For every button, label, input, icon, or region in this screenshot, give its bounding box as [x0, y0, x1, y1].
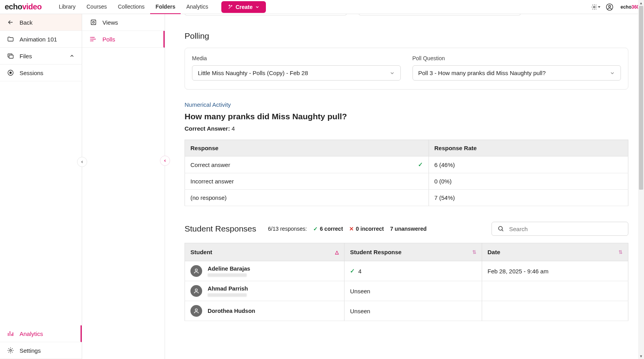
settings-icon [7, 347, 14, 354]
svg-point-0 [594, 6, 595, 7]
table-row: Adeline Barajas ✓ 4 Feb 28, 2025 - 9:46 … [185, 261, 628, 281]
chevron-up-icon [69, 53, 75, 59]
response-label: Incorrect answer [185, 173, 429, 190]
activity-type: Numerical Activity [185, 101, 628, 108]
svg-point-7 [10, 350, 12, 352]
sidebar-analytics-label: Analytics [20, 330, 43, 337]
create-label: Create [235, 4, 253, 10]
scroll-up-icon[interactable]: ▲ [638, 0, 644, 6]
sidebar-sub: Views Polls [82, 14, 165, 359]
response-date [482, 281, 628, 301]
student-response: Unseen [344, 301, 482, 321]
sidebar-files-label: Files [20, 53, 32, 59]
nav-library[interactable]: Library [53, 0, 81, 14]
scrollbar[interactable]: ▲ ▼ [638, 0, 644, 359]
table-row: Ahmad Parrish Unseen [185, 281, 628, 301]
scroll-thumb[interactable] [639, 6, 643, 190]
nav-collections[interactable]: Collections [112, 0, 150, 14]
arrow-left-icon [7, 19, 14, 26]
subnav-polls[interactable]: Polls [82, 31, 165, 48]
activity-question: How many pranks did Miss Naughty pull? [185, 112, 628, 121]
nav-folders[interactable]: Folders [150, 0, 181, 14]
search-input[interactable] [509, 226, 622, 232]
sidebar-analytics[interactable]: Analytics [0, 325, 82, 342]
subnav-polls-label: Polls [102, 36, 115, 43]
question-value: Poll 3 - How many pranks did Miss Naught… [418, 70, 546, 76]
collapse-sub-sidebar[interactable] [160, 156, 170, 166]
gear-icon[interactable] [591, 3, 599, 11]
media-field: Media Little Miss Naughty - Polls (Copy)… [192, 55, 401, 81]
avatar [190, 305, 202, 317]
files-icon [7, 52, 14, 59]
brand-small[interactable]: echo360 [621, 4, 639, 10]
sidebar-sessions[interactable]: Sessions [0, 65, 82, 81]
subnav-views-label: Views [102, 19, 118, 26]
student-name: Adeline Barajas [208, 266, 250, 272]
logo-part2: video [22, 2, 42, 11]
col-student[interactable]: Student △ [185, 243, 344, 261]
svg-rect-4 [9, 55, 13, 58]
media-select[interactable]: Little Miss Naughty - Polls (Copy) - Feb… [192, 65, 401, 81]
student-response: 4 [358, 268, 361, 275]
subnav-views[interactable]: Views [82, 14, 165, 31]
student-responses-heading: Student Responses [185, 224, 256, 233]
student-response: Unseen [344, 281, 482, 301]
content: Polling Media Little Miss Naughty - Poll… [165, 14, 644, 359]
student-responses-table: Student △ Student Response ⇅ Date ⇅ [185, 243, 628, 321]
search-box[interactable] [492, 222, 628, 236]
response-rate: 0 (0%) [429, 173, 628, 190]
main-area: Back Animation 101 Files Sessions [0, 14, 644, 359]
nav-courses[interactable]: Courses [81, 0, 112, 14]
polls-icon [90, 36, 97, 43]
logo-part1: echo [5, 2, 22, 11]
svg-point-14 [195, 269, 197, 271]
x-icon: ✕ [349, 226, 354, 232]
sidebar-settings[interactable]: Settings [0, 342, 82, 359]
create-button[interactable]: Create [221, 1, 266, 13]
avatar [190, 265, 202, 277]
svg-point-12 [90, 41, 91, 41]
response-label: Correct answer [190, 162, 230, 168]
collapse-left-sidebar[interactable] [77, 157, 87, 167]
incorrect-count: 0 incorrect [356, 226, 384, 232]
sidebar-course[interactable]: Animation 101 [0, 31, 82, 48]
correct-answer-value: 4 [231, 125, 235, 132]
top-bar: echovideo Library Courses Collections Fo… [0, 0, 644, 14]
logo[interactable]: echovideo [5, 2, 41, 11]
response-date [482, 301, 628, 321]
nav-analytics[interactable]: Analytics [181, 0, 213, 14]
sort-icon: ⇅ [619, 250, 622, 255]
responses-summary: 6/13 responses: ✓6 correct ✕0 incorrect … [268, 226, 427, 232]
svg-point-2 [608, 5, 610, 7]
response-rate: 7 (54%) [429, 190, 628, 206]
media-label: Media [192, 55, 401, 61]
check-icon: ✓ [418, 161, 423, 168]
ghost-card [359, 14, 521, 16]
svg-point-16 [195, 309, 197, 311]
table-row: Correct answer✓ 6 (46%) [185, 156, 628, 173]
col-response: Response [185, 140, 429, 156]
sidebar-bottom: Analytics Settings [0, 325, 82, 359]
scroll-down-icon[interactable]: ▼ [638, 353, 644, 359]
polling-heading: Polling [185, 31, 628, 41]
sidebar-files[interactable]: Files [0, 48, 82, 65]
student-name: Dorothea Hudson [208, 308, 255, 314]
sidebar-settings-label: Settings [20, 347, 41, 354]
chevron-down-icon [389, 70, 395, 76]
col-student-response[interactable]: Student Response ⇅ [344, 243, 482, 261]
chevron-down-icon [610, 70, 615, 76]
sidebar-back[interactable]: Back [0, 14, 82, 31]
student-sub-blurred [208, 293, 247, 297]
table-row: (no response) 7 (54%) [185, 190, 628, 206]
sort-icon: ⇅ [472, 250, 476, 255]
sessions-icon [7, 69, 14, 76]
question-select[interactable]: Poll 3 - How many pranks did Miss Naught… [413, 65, 621, 81]
response-rate: 6 (46%) [429, 156, 628, 173]
table-row: Dorothea Hudson Unseen [185, 301, 628, 321]
media-value: Little Miss Naughty - Polls (Copy) - Feb… [198, 70, 308, 76]
col-date[interactable]: Date ⇅ [482, 243, 628, 261]
correct-count: 6 correct [320, 226, 343, 232]
user-icon[interactable] [606, 3, 614, 11]
ghost-cards [185, 14, 628, 16]
chevron-down-icon [255, 5, 260, 9]
